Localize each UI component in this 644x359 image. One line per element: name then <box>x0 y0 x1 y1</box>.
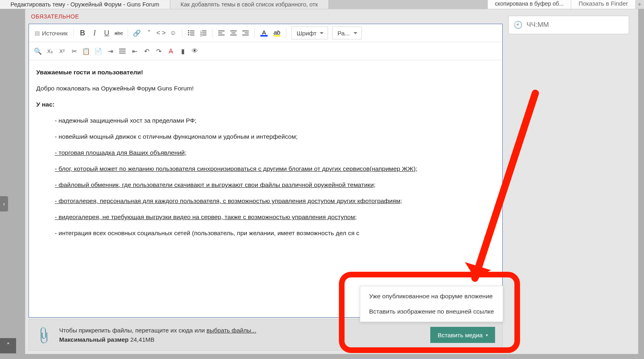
indent-button[interactable]: ⇥ <box>105 45 116 57</box>
editor-toolbar-row-2: 🔍 X₂ X² ✂ 📋 📄 ⇥ ⇤ ↶ ↷ A̶ ▮ 👁 <box>29 42 502 60</box>
block-button[interactable]: ▮ <box>177 45 188 57</box>
superscript-button[interactable]: X² <box>56 45 68 57</box>
greeting: Уважаемые гости и пользователи! <box>36 69 143 76</box>
source-button[interactable]: ▤ Источник <box>32 27 70 39</box>
welcome-line: Добро пожаловать на Оружейный Форум Guns… <box>36 84 495 93</box>
paperclip-icon: 📎 <box>33 325 54 345</box>
bullet-3: - торговая площадка для Ваших объявлений… <box>55 149 186 156</box>
clock-icon: 🕘 <box>514 21 522 29</box>
text-color-button[interactable]: A <box>258 27 270 39</box>
strikethrough-button[interactable]: abc <box>113 27 124 39</box>
menu-item-external-image[interactable]: Вставить изображение по внешней ссылке <box>360 304 503 319</box>
paste-button[interactable]: 📋 <box>80 45 92 57</box>
editor-content-area[interactable]: Уважаемые гости и пользователи! Добро по… <box>29 60 502 317</box>
form-panel: ОБЯЗАТЕЛЬНОЕ ▤ Источник B I U abc 🔗 ” < … <box>25 9 638 354</box>
font-size-select[interactable]: Ра... <box>332 27 362 39</box>
insert-media-button[interactable]: Вставить медиа ▾ <box>430 327 495 343</box>
redo-button[interactable]: ↷ <box>153 45 164 57</box>
publish-sidebar: 🕘 <box>504 12 633 38</box>
choose-files-link[interactable]: выбрать файлы... <box>206 327 256 334</box>
outdent-button[interactable]: ⇤ <box>129 45 140 57</box>
finder-button[interactable]: Показать в Finder <box>571 0 635 9</box>
browser-tabbar: Редактировать тему - Оружейный Форум - G… <box>0 0 644 9</box>
new-tab-button[interactable]: + <box>635 0 644 9</box>
attach-help-text: Чтобы прикрепить файлы, перетащите их сю… <box>59 326 256 345</box>
undo-button[interactable]: ↶ <box>141 45 152 57</box>
editor-toolbar-row-1: ▤ Источник B I U abc 🔗 ” < > ☺ 123 <box>29 24 502 42</box>
emoji-button[interactable]: ☺ <box>167 27 179 39</box>
browser-tab-other[interactable]: Как добавлять темы в свой список избранн… <box>170 0 329 9</box>
rich-text-editor: ▤ Источник B I U abc 🔗 ” < > ☺ 123 <box>29 24 503 318</box>
source-label: Источник <box>42 30 68 37</box>
clipboard-notification: скопирована в буфер об... <box>487 0 571 9</box>
browser-tab-active[interactable]: Редактировать тему - Оружейный Форум - G… <box>0 0 170 9</box>
preview-button[interactable]: 👁 <box>189 45 200 57</box>
page: › ˄ ОБЯЗАТЕЛЬНОЕ ▤ Источник B I U abc 🔗 … <box>0 9 644 359</box>
italic-button[interactable]: I <box>89 27 100 39</box>
align-left-button[interactable] <box>216 27 227 39</box>
time-input[interactable]: 🕘 <box>508 16 629 34</box>
code-button[interactable]: < > <box>155 27 167 39</box>
caret-down-icon: ▾ <box>486 333 488 337</box>
bullet-2: - новейший мощный движок с отличным функ… <box>36 132 495 142</box>
quote-button[interactable]: ” <box>143 27 155 39</box>
font-family-select[interactable]: Шрифт <box>291 27 328 39</box>
we-have-line: У нас: <box>36 101 55 108</box>
find-button[interactable]: 🔍 <box>32 45 43 57</box>
bullet-8: - интеграция всех основных социальных се… <box>36 228 495 238</box>
paste-from-word-button[interactable]: 📄 <box>93 45 104 57</box>
scroll-to-top-button[interactable]: ˄ <box>0 338 16 353</box>
subscript-button[interactable]: X₂ <box>44 45 56 57</box>
bold-button[interactable]: B <box>77 27 88 39</box>
bullet-7: - видеогалерея, не требующая выгрузки ви… <box>55 213 357 220</box>
bullet-6: - фотогалерея, персональная для каждого … <box>55 197 402 204</box>
menu-item-existing-attachment[interactable]: Уже опубликованное на форуме вложение <box>360 289 503 304</box>
justify-button[interactable] <box>117 45 128 57</box>
bulleted-list-button[interactable] <box>186 27 197 39</box>
bullet-1: - надежный защищенный хост за пределами … <box>36 116 495 125</box>
clear-formatting-button[interactable]: A̶ <box>165 45 176 57</box>
document-icon: ▤ <box>35 30 40 36</box>
highlight-color-button[interactable]: ab <box>271 27 283 39</box>
align-right-button[interactable] <box>240 27 251 39</box>
link-button[interactable]: 🔗 <box>131 27 142 39</box>
time-field[interactable] <box>526 21 624 29</box>
bullet-4: - блог, который может по желанию пользов… <box>55 165 417 172</box>
numbered-list-button[interactable]: 123 <box>198 27 209 39</box>
sidebar-expand-handle[interactable]: › <box>0 196 8 211</box>
cut-button[interactable]: ✂ <box>68 45 80 57</box>
insert-media-menu: Уже опубликованное на форуме вложение Вс… <box>360 286 503 322</box>
underline-button[interactable]: U <box>101 27 112 39</box>
bullet-5: - файловый обменник, где пользователи ск… <box>55 181 376 188</box>
align-center-button[interactable] <box>228 27 239 39</box>
